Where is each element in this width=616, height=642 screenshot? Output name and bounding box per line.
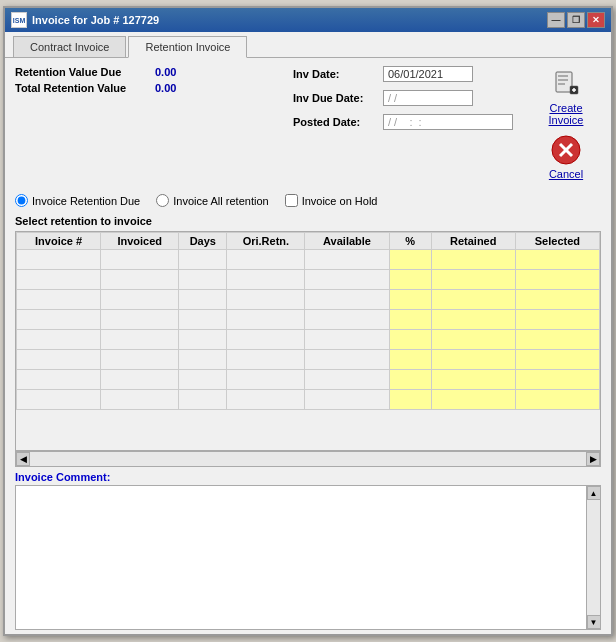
comment-scrollbar-v: ▲ ▼ bbox=[586, 486, 600, 629]
table-row bbox=[17, 390, 600, 410]
close-button[interactable]: ✕ bbox=[587, 12, 605, 28]
inv-date-input[interactable] bbox=[383, 66, 473, 82]
posted-date-input[interactable] bbox=[383, 114, 513, 130]
inv-date-row: Inv Date: bbox=[293, 66, 513, 82]
scroll-up-arrow[interactable]: ▲ bbox=[587, 486, 601, 500]
invoice-on-hold-checkbox[interactable] bbox=[285, 194, 298, 207]
minimize-button[interactable]: — bbox=[547, 12, 565, 28]
retention-value-due-row: Retention Value Due 0.00 bbox=[15, 66, 275, 78]
radio-all-retention-input[interactable] bbox=[156, 194, 169, 207]
comment-box: ▲ ▼ bbox=[15, 485, 601, 630]
col-retained: Retained bbox=[431, 233, 515, 250]
total-retention-value-value: 0.00 bbox=[155, 82, 176, 94]
total-retention-value-row: Total Retention Value 0.00 bbox=[15, 82, 275, 94]
form-left: Retention Value Due 0.00 Total Retention… bbox=[15, 66, 275, 180]
form-area: Retention Value Due 0.00 Total Retention… bbox=[5, 58, 611, 188]
radio-retention-due-input[interactable] bbox=[15, 194, 28, 207]
title-bar: ISM Invoice for Job # 127729 — ❐ ✕ bbox=[5, 8, 611, 32]
create-invoice-label: Create Invoice bbox=[531, 102, 601, 126]
main-window: ISM Invoice for Job # 127729 — ❐ ✕ Contr… bbox=[3, 6, 613, 636]
table-row bbox=[17, 270, 600, 290]
col-available: Available bbox=[305, 233, 389, 250]
date-fields: Inv Date: Inv Due Date: Posted Date: bbox=[293, 66, 513, 180]
col-invoice-num: Invoice # bbox=[17, 233, 101, 250]
inv-due-date-input[interactable] bbox=[383, 90, 473, 106]
comment-section: Invoice Comment: ▲ ▼ bbox=[15, 471, 601, 630]
create-invoice-icon bbox=[548, 66, 584, 102]
col-percent: % bbox=[389, 233, 431, 250]
create-invoice-button[interactable]: Create Invoice bbox=[531, 66, 601, 126]
title-bar-left: ISM Invoice for Job # 127729 bbox=[11, 12, 159, 28]
tab-retention-invoice[interactable]: Retention Invoice bbox=[128, 36, 247, 58]
title-controls: — ❐ ✕ bbox=[547, 12, 605, 28]
scroll-right-arrow[interactable]: ▶ bbox=[586, 452, 600, 466]
retention-table-wrapper[interactable]: Invoice # Invoiced Days Ori.Retn. Availa… bbox=[16, 232, 600, 450]
col-selected: Selected bbox=[515, 233, 599, 250]
table-row bbox=[17, 310, 600, 330]
cancel-button[interactable]: Cancel bbox=[531, 132, 601, 180]
col-days: Days bbox=[179, 233, 227, 250]
action-buttons: Create Invoice Cancel bbox=[531, 66, 601, 180]
radio-all-retention-label: Invoice All retention bbox=[173, 195, 268, 207]
tab-header: Contract Invoice Retention Invoice bbox=[5, 32, 611, 58]
radio-all-retention[interactable]: Invoice All retention bbox=[156, 194, 268, 207]
scroll-track-v bbox=[587, 500, 600, 615]
table-row bbox=[17, 370, 600, 390]
table-row bbox=[17, 330, 600, 350]
inv-date-label: Inv Date: bbox=[293, 68, 383, 80]
table-header-row: Invoice # Invoiced Days Ori.Retn. Availa… bbox=[17, 233, 600, 250]
radio-row: Invoice Retention Due Invoice All retent… bbox=[5, 188, 611, 213]
retention-table: Invoice # Invoiced Days Ori.Retn. Availa… bbox=[16, 232, 600, 410]
invoice-on-hold-label: Invoice on Hold bbox=[302, 195, 378, 207]
tab-contract-invoice[interactable]: Contract Invoice bbox=[13, 36, 126, 57]
posted-date-row: Posted Date: bbox=[293, 114, 513, 130]
retention-table-container: Invoice # Invoiced Days Ori.Retn. Availa… bbox=[15, 231, 601, 451]
restore-button[interactable]: ❐ bbox=[567, 12, 585, 28]
select-retention-label: Select retention to invoice bbox=[5, 213, 611, 231]
table-row bbox=[17, 250, 600, 270]
svg-rect-3 bbox=[558, 83, 565, 85]
retention-value-due-label: Retention Value Due bbox=[15, 66, 155, 78]
table-row bbox=[17, 350, 600, 370]
radio-retention-due-label: Invoice Retention Due bbox=[32, 195, 140, 207]
scroll-left-arrow[interactable]: ◀ bbox=[16, 452, 30, 466]
scroll-track-h bbox=[30, 452, 586, 466]
posted-date-label: Posted Date: bbox=[293, 116, 383, 128]
svg-rect-1 bbox=[558, 75, 568, 77]
table-row bbox=[17, 290, 600, 310]
content-area: Contract Invoice Retention Invoice Reten… bbox=[5, 32, 611, 634]
cancel-label: Cancel bbox=[549, 168, 583, 180]
inv-due-date-row: Inv Due Date: bbox=[293, 90, 513, 106]
window-title: Invoice for Job # 127729 bbox=[32, 14, 159, 26]
retention-value-due-value: 0.00 bbox=[155, 66, 176, 78]
app-icon: ISM bbox=[11, 12, 27, 28]
radio-retention-due[interactable]: Invoice Retention Due bbox=[15, 194, 140, 207]
col-ori-retn: Ori.Retn. bbox=[227, 233, 305, 250]
scroll-down-arrow[interactable]: ▼ bbox=[587, 615, 601, 629]
horizontal-scrollbar[interactable]: ◀ ▶ bbox=[15, 451, 601, 467]
cancel-icon bbox=[548, 132, 584, 168]
invoice-on-hold-checkbox-item[interactable]: Invoice on Hold bbox=[285, 194, 378, 207]
comment-textarea[interactable] bbox=[16, 486, 586, 629]
svg-rect-2 bbox=[558, 79, 568, 81]
comment-label: Invoice Comment: bbox=[15, 471, 601, 483]
col-invoiced: Invoiced bbox=[101, 233, 179, 250]
total-retention-value-label: Total Retention Value bbox=[15, 82, 155, 94]
inv-due-date-label: Inv Due Date: bbox=[293, 92, 383, 104]
